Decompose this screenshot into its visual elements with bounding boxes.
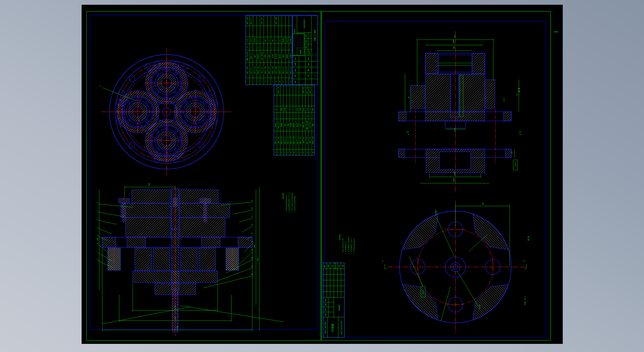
balloon-number: 8 (97, 259, 99, 260)
table-cell (271, 26, 275, 37)
leader-line (242, 226, 253, 232)
table-cell-text: NGW-S-418 (287, 137, 289, 144)
table-cell-text: 螺栓 M12×40 (247, 52, 248, 60)
table-cell: GB/T 93 (302, 131, 305, 149)
table-cell: 调整垫片 (257, 50, 260, 62)
table-cell: 4 (264, 44, 267, 50)
revision-grid: 标记处数分区更改文件号签字日期 (323, 263, 345, 297)
balloon-number: 11 (251, 215, 253, 218)
table-cell: GB/T 5782 (246, 16, 250, 26)
table-cell-text: 石棉 (300, 108, 301, 110)
table-cell (260, 37, 264, 44)
table-cell-text: 11 (283, 81, 284, 82)
table-cell (323, 274, 327, 280)
table-cell: 1:2 (312, 73, 318, 79)
table-cell-text: 行星轮 (265, 54, 266, 58)
table-cell (286, 106, 289, 112)
table-cell-text: 垫片 (300, 124, 301, 126)
table-cell: 16 (280, 149, 283, 156)
table-cell-text: 1 (283, 46, 284, 47)
table-cell-text: NGW-S-403 (254, 66, 255, 74)
table-cell: 26 (312, 149, 315, 156)
table-cell: 14 (274, 149, 277, 156)
table-cell-text: 输入轴 (279, 54, 281, 58)
table-cell: GB/T 1096 (275, 62, 278, 78)
table-cell (323, 269, 327, 274)
table-cell: 比例 (304, 33, 308, 38)
table-cell (338, 274, 341, 280)
table-cell (334, 269, 338, 274)
table-cell: 2 (308, 112, 312, 119)
table-cell (330, 280, 334, 286)
drawing-title-cell: 行星齿轮减速器 (297, 16, 312, 33)
table-cell-text: 45 (279, 40, 281, 41)
table-cell: NGW-S-420 (293, 131, 296, 149)
table-cell (327, 292, 330, 297)
table-cell: NGW-S-411 (282, 62, 285, 78)
table-cell-text: 45 (275, 108, 276, 110)
table-cell-text: 4 (258, 81, 259, 82)
right-title-block: 标记处数分区更改文件号签字日期 设计校核审核日期 ZG40Cr NGW-S-40… (323, 263, 344, 337)
table-cell-text: 65Mn (313, 108, 314, 111)
table-cell: 校核 (293, 67, 299, 73)
table-cell: 轴承 30208 (260, 50, 264, 62)
table-cell-text: 1 (275, 115, 276, 116)
table-cell-text: 35 (309, 108, 311, 110)
table-cell: HT200 (283, 106, 286, 112)
table-cell: 垫圈 16 (302, 119, 305, 131)
table-cell (334, 292, 338, 297)
table-cell-text: 通气器 (294, 123, 295, 127)
sheet-number: 1 (553, 30, 558, 33)
table-cell-text: GB/T 97.1 (251, 17, 252, 24)
table-cell (274, 85, 277, 95)
roughness-general-note: 其余 √3.2 (524, 296, 526, 305)
table-cell-text: 16 (281, 152, 282, 153)
table-cell: 输入轴 (278, 50, 282, 62)
part-drawing-number: NGW-S-400-2006 (324, 322, 326, 333)
dim-label: φ310 (454, 172, 455, 175)
table-cell: GB/T 119 (308, 85, 312, 95)
table-cell (290, 85, 293, 95)
table-cell: 重量 (305, 67, 312, 73)
table-cell-text: 6 (265, 81, 266, 82)
table-cell-text: NGW-S-404 (258, 66, 259, 74)
table-cell: GB/T 276 (277, 131, 280, 149)
table-cell-text: 设计 (295, 57, 296, 60)
table-cell (293, 85, 296, 95)
table-cell-text: 校核 (325, 303, 326, 306)
table-cell (277, 106, 280, 112)
table-cell-text: 1:2 (309, 34, 310, 37)
leader-line (239, 251, 253, 264)
table-cell-text: HT200 (284, 107, 286, 111)
dim-label: 298 (97, 238, 99, 241)
balloon-number: 18 (251, 273, 253, 275)
drawing-views-svg: 1 (82, 5, 563, 344)
table-cell: 45 (257, 37, 260, 44)
bom-table-bottom: GB/T 276GB/T 93GB/T 5783GB/T 11945橡胶HT20… (274, 85, 315, 155)
table-cell: 45 (275, 37, 278, 44)
table-cell: 24 (305, 149, 308, 156)
left-tech-notes: 技术要求1. 装配前所有零件用煤油清洗干净;2. 齿轮副侧隙用铅丝检验不小于0.… (282, 179, 308, 213)
tolerance-frame-label: ⊥ 0.04 A (515, 161, 516, 168)
table-cell-text: 45 (269, 40, 270, 41)
table-cell (299, 56, 305, 61)
table-cell: 6 (302, 112, 305, 119)
table-cell (278, 26, 282, 37)
table-cell: 密封圈 (280, 119, 283, 131)
balloon-number: 13 (251, 232, 253, 234)
table-cell-text: NGW-S-421 (297, 137, 298, 144)
table-cell: 8 (246, 44, 250, 50)
table-cell-text: 1:2 (314, 75, 316, 77)
table-cell: 11 (282, 78, 285, 85)
table-cell (327, 286, 330, 292)
table-cell: 15 (277, 149, 280, 156)
table-cell (334, 280, 338, 286)
table-cell-text: 8 (247, 46, 248, 47)
balloon-number: 5 (97, 235, 99, 236)
table-cell-text: 2 (281, 115, 282, 116)
table-cell: 1 (299, 112, 302, 119)
table-cell (334, 286, 338, 292)
table-cell: 日期 (323, 312, 328, 317)
balloon-number: 9 (251, 200, 253, 201)
table-cell-text: 5 (261, 81, 263, 82)
